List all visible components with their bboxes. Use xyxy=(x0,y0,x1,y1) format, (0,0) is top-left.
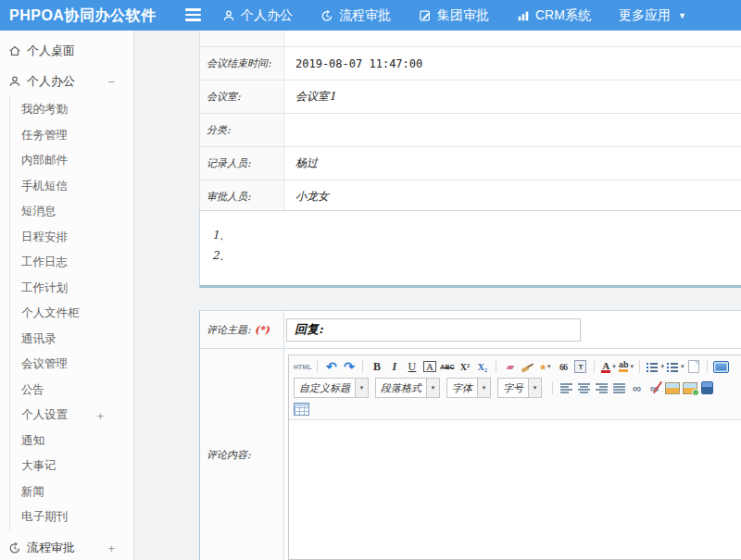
nav-item-crm-system[interactable]: CRM系统 xyxy=(517,7,591,24)
source-code-button[interactable]: HTML xyxy=(294,359,311,374)
heading-select[interactable]: 自定义标题▾ xyxy=(294,378,369,398)
font-color-icon: A xyxy=(601,361,610,373)
sidebar-item-personal-desktop[interactable]: 个人桌面 xyxy=(0,38,133,63)
sidebar-item-announcement[interactable]: 公告 xyxy=(21,378,133,404)
edit-icon xyxy=(419,9,432,22)
insert-link-icon: ∞ xyxy=(633,381,641,395)
sidebar-item-internal-mail[interactable]: 内部邮件 xyxy=(21,148,133,174)
format-brush-button[interactable] xyxy=(520,359,535,374)
menu-toggle-icon[interactable] xyxy=(185,8,201,22)
paste-plain-button[interactable] xyxy=(572,359,588,374)
sidebar-item-news[interactable]: 新闻 xyxy=(21,479,133,505)
align-right-icon xyxy=(596,382,608,393)
subscript-button[interactable]: X₂ xyxy=(474,359,490,374)
home-icon xyxy=(8,44,21,57)
remove-format-button[interactable]: A xyxy=(421,359,437,374)
nav-item-personal-office[interactable]: 个人办公 xyxy=(222,7,293,24)
sidebar-item-personal-settings[interactable]: 个人设置+ xyxy=(21,403,133,429)
font-family-select[interactable]: 字体▾ xyxy=(446,378,491,398)
strikethrough-icon: ABC xyxy=(440,364,454,370)
expander-plus-icon[interactable]: + xyxy=(96,408,104,422)
ordered-list-button[interactable]: ▾ xyxy=(646,359,664,374)
sidebar-item-meeting-management[interactable]: 会议管理 xyxy=(21,352,133,378)
form-label: 审批人员: xyxy=(207,190,251,204)
align-center-button[interactable] xyxy=(576,380,592,395)
heading-select-value: 自定义标题 xyxy=(295,379,355,397)
redo-icon: ↷ xyxy=(344,360,355,373)
font-color-button[interactable]: A▾ xyxy=(600,359,616,374)
sidebar-item-contacts[interactable]: 通讯录 xyxy=(21,327,133,353)
italic-button[interactable]: I xyxy=(386,359,402,374)
sidebar-item-short-message[interactable]: 短消息 xyxy=(21,199,133,225)
sidebar-item-notice[interactable]: 通知 xyxy=(21,429,133,454)
sidebar-item-label: 工作计划 xyxy=(21,280,68,296)
sidebar-item-task-management[interactable]: 任务管理 xyxy=(21,123,133,149)
sidebar-item-process-approval[interactable]: 流程审批+ xyxy=(0,536,133,560)
ordered-list-icon xyxy=(646,362,659,372)
dropdown-arrow-icon: ▾ xyxy=(660,363,664,370)
quick-format-button[interactable]: *▾ xyxy=(537,359,553,374)
toolbar-row-2: 自定义标题▾段落格式▾字体▾字号▾∞∞ xyxy=(294,376,741,400)
highlight-color-button[interactable]: ab▾ xyxy=(618,359,634,374)
toolbar-separator xyxy=(496,360,496,373)
sidebar-item-personal-office[interactable]: 个人办公− xyxy=(0,68,133,93)
sidebar-item-label: 短消息 xyxy=(21,204,57,219)
nav-item-group-approval[interactable]: 集团审批 xyxy=(419,7,489,24)
remove-link-button[interactable]: ∞ xyxy=(647,380,662,395)
toolbar-separator xyxy=(639,360,640,373)
sidebar-item-personal-files[interactable]: 个人文件柜 xyxy=(21,301,133,327)
comment-subject-value-cell xyxy=(284,311,741,348)
sidebar-item-schedule[interactable]: 日程安排 xyxy=(21,225,133,251)
fullscreen-button[interactable] xyxy=(713,359,729,374)
align-justify-button[interactable] xyxy=(611,380,627,395)
form-value-cell xyxy=(284,31,741,46)
eraser-button[interactable]: ▰ xyxy=(502,359,518,374)
form-label-cell: 记录人员: xyxy=(200,147,284,180)
expander-plus-icon[interactable]: + xyxy=(107,541,115,555)
toolbar-separator xyxy=(707,360,708,373)
insert-image-icon xyxy=(665,382,680,394)
strikethrough-button[interactable]: ABC xyxy=(439,359,455,374)
nav-item-more-apps[interactable]: 更多应用▼ xyxy=(619,7,686,24)
superscript-icon: X² xyxy=(460,362,470,372)
meeting-form-table: 会议结束时间:2019-08-07 11:47:00会议室:会议室1分类:记录人… xyxy=(199,31,741,214)
nav-item-process-approval[interactable]: 流程审批 xyxy=(320,7,391,24)
insert-media-button[interactable] xyxy=(699,380,715,395)
bold-button[interactable]: B xyxy=(369,359,384,374)
image-album-button[interactable] xyxy=(682,380,697,395)
sidebar-item-work-log[interactable]: 工作日志 xyxy=(21,250,133,276)
unordered-list-button[interactable]: ▾ xyxy=(666,359,684,374)
sidebar-item-work-plan[interactable]: 工作计划 xyxy=(21,276,133,302)
new-document-button[interactable] xyxy=(685,359,701,374)
align-center-icon xyxy=(578,382,590,393)
sidebar-item-e-journal[interactable]: 电子期刊 xyxy=(21,504,133,530)
toolbar-separator xyxy=(594,360,595,373)
sidebar-item-major-events[interactable]: 大事记 xyxy=(21,454,133,479)
blockquote-button[interactable]: 66 xyxy=(555,359,571,374)
align-right-button[interactable] xyxy=(594,380,609,395)
undo-button[interactable]: ↶ xyxy=(323,359,339,374)
app-title[interactable]: PHPOA协同办公软件 xyxy=(9,0,156,31)
underline-button[interactable]: U xyxy=(404,359,420,374)
select-arrow-icon: ▾ xyxy=(355,379,368,397)
superscript-button[interactable]: X² xyxy=(457,359,472,374)
sidebar-item-my-attendance[interactable]: 我的考勤 xyxy=(21,97,133,123)
redo-button[interactable]: ↷ xyxy=(341,359,357,374)
form-label: 会议结束时间: xyxy=(207,56,271,70)
insert-table-button[interactable] xyxy=(294,402,309,417)
editor-content-area[interactable] xyxy=(289,420,741,559)
paste-plain-icon xyxy=(574,360,586,373)
align-left-button[interactable] xyxy=(559,380,574,395)
meeting-minutes-box: 1、2、 xyxy=(199,210,741,288)
insert-image-button[interactable] xyxy=(664,380,680,395)
paragraph-select[interactable]: 段落格式▾ xyxy=(375,378,440,398)
comment-subject-input[interactable] xyxy=(286,318,581,342)
insert-link-button[interactable]: ∞ xyxy=(629,380,645,395)
font-size-select[interactable]: 字号▾ xyxy=(497,378,542,398)
comment-subject-label-cell: 评论主题: (*) xyxy=(200,311,284,348)
sidebar-item-mobile-sms[interactable]: 手机短信 xyxy=(21,174,133,200)
sidebar-item-label: 个人设置 xyxy=(21,407,68,423)
comment-subject-label: 评论主题: xyxy=(207,323,251,337)
expander-minus-icon[interactable]: − xyxy=(107,74,115,88)
sidebar-item-label: 手机短信 xyxy=(21,179,68,194)
